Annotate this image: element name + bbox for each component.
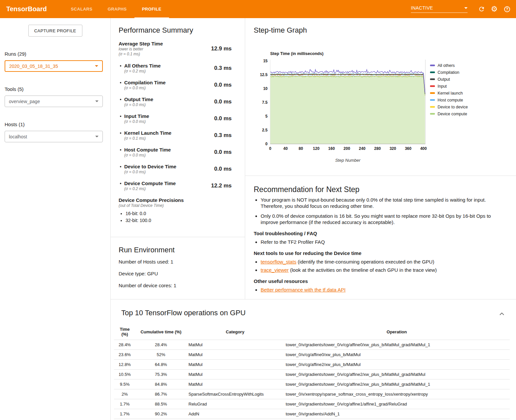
bullet-dot — [120, 149, 121, 151]
perf-summary-item: Input Time(σ = 0.0 ms)0.0 ms — [119, 113, 232, 124]
perf-summary-item: All Others Time(σ = 0.2 ms)0.3 ms — [119, 63, 232, 74]
bullet-dot — [120, 132, 121, 134]
legend-swatch — [430, 113, 435, 115]
tools-dropdown-value: overview_page — [9, 99, 40, 104]
svg-text:240: 240 — [359, 146, 365, 151]
perf-summary-item: Compilation Time(σ = 0.0 ms)0.0 ms — [119, 79, 232, 91]
bullet-dot — [120, 65, 121, 67]
cumulative-cell: 84.8% — [135, 379, 186, 389]
runs-dropdown[interactable]: 2020_03_05_18_31_35 — [5, 60, 103, 72]
perf-summary-item: Host Compute Time(σ = 0.0 ms)0.0 ms — [119, 147, 232, 158]
legend-label: Output — [438, 77, 450, 82]
tensorflow-stats-link[interactable]: tensorflow_stats — [261, 259, 296, 265]
legend-label: All others — [438, 63, 455, 68]
runs-label: Runs (29) — [5, 51, 110, 57]
col-operation: Operation — [284, 324, 510, 340]
svg-text:40: 40 — [283, 146, 288, 151]
top-ops-section: Top 10 TensorFlow operations on GPU Time… — [111, 299, 516, 420]
metric-label: All Others Time — [124, 63, 214, 69]
faq-item: Refer to the TF2 Profiler FAQ — [261, 239, 506, 245]
step-time-graph-section: Step-time Graph Step Time (in millisecon… — [245, 18, 516, 176]
run-environment-lines: Number of Hosts used: 1Device type: GPUN… — [119, 259, 237, 288]
legend-label: Device to device — [438, 105, 468, 109]
top-ops-title: Top 10 TensorFlow operations on GPU — [121, 309, 516, 317]
legend-item-device-to-device: Device to device — [430, 105, 468, 109]
trace-viewer-link[interactable]: trace_viewer — [261, 267, 289, 273]
operation-cell: tower_0/v/xentropy/sparse_softmax_cross_… — [284, 389, 510, 399]
next-tool-item: tensorflow_stats (identify the time-cons… — [261, 259, 506, 265]
table-row: 23.6%52%MatMultower_0/v/cg/affine0/xw_pl… — [114, 350, 510, 360]
operation-cell: tower_0/v/gradients/tower_0/v/cg/affine0… — [284, 340, 510, 350]
svg-text:160: 160 — [328, 146, 335, 151]
next-tool-desc: (identify the time-consuming operations … — [296, 259, 434, 265]
svg-text:80: 80 — [299, 146, 303, 151]
next-tools-list: tensorflow_stats (identify the time-cons… — [254, 259, 506, 273]
run-environment-line: Number of Hosts used: 1 — [119, 259, 237, 265]
faq-heading: Tool troubleshooting / FAQ — [254, 231, 506, 236]
top-ops-table: Time (%) Cumulative time (%) Category Op… — [114, 324, 510, 420]
refresh-icon[interactable] — [477, 5, 486, 14]
cumulative-cell: 52% — [135, 350, 186, 360]
legend-item-output: Output — [430, 77, 468, 81]
bullet-dot — [120, 166, 121, 167]
collapse-chevron-up-icon[interactable] — [498, 311, 505, 318]
run-environment-line: Number of device cores: 1 — [119, 283, 237, 288]
svg-text:120: 120 — [313, 146, 320, 151]
chevron-down-icon — [95, 136, 99, 137]
run-environment-line: Device type: GPU — [119, 271, 237, 276]
chart-legend: All othersCompilationOutputInputKernel l… — [430, 63, 468, 119]
cumulative-cell: 75.3% — [135, 370, 186, 379]
tfdata-performance-link[interactable]: Better performance with the tf.data API — [261, 287, 346, 293]
metric-label: Output Time — [124, 96, 214, 102]
settings-gear-icon[interactable]: ⚙ — [490, 5, 499, 14]
svg-text:0: 0 — [265, 142, 268, 146]
help-icon[interactable]: ? — [503, 5, 511, 14]
metric-label: Host Compute Time — [124, 147, 214, 153]
other-resources-list: Better performance with the tf.data API — [254, 287, 506, 293]
cumulative-cell: 28.4% — [135, 340, 186, 350]
col-category: Category — [186, 324, 284, 340]
hosts-dropdown[interactable]: localhost — [5, 131, 103, 142]
metric-text: Kernel Launch Time(σ = 0.1 ms) — [124, 130, 214, 141]
table-row: 9.5%84.8%MatMultower_0/v/gradients/tower… — [114, 379, 510, 389]
average-step-time: Average Step Time lower is better (σ = 0… — [119, 41, 232, 57]
app-header: TensorBoard SCALARS GRAPHS PROFILE INACT… — [0, 0, 516, 18]
metric-sigma: (σ = 0.0 ms) — [124, 102, 214, 107]
time-cell: 2% — [114, 389, 135, 399]
metric-note: lower is better — [119, 47, 211, 52]
metric-sigma: (σ = 0.2 ms) — [124, 186, 211, 191]
legend-label: Host compute — [438, 98, 463, 102]
precisions-subtitle: (out of Total Device Time) — [119, 203, 232, 208]
operation-cell: tower_0/v/gradients/tower_0/v/cg/affine1… — [284, 399, 510, 409]
metric-value: 12.9 ms — [211, 45, 232, 52]
precisions-list: 16-bit: 0.032-bit: 100.0 — [119, 211, 232, 223]
chart-title: Step Time (in milliseconds) — [270, 51, 324, 56]
legend-item-host-compute: Host compute — [430, 98, 468, 102]
perf-summary-item: Output Time(σ = 0.0 ms)0.0 ms — [119, 96, 232, 107]
col-time: Time (%) — [114, 324, 135, 340]
metric-sigma: (σ = 0.1 ms) — [124, 136, 214, 141]
category-cell: AddN — [186, 409, 284, 419]
time-cell: 1.7% — [114, 419, 135, 420]
sidebar: CAPTURE PROFILE Runs (29) 2020_03_05_18_… — [0, 18, 110, 420]
legend-label: Compilation — [438, 70, 459, 75]
graph-column: Step-time Graph Step Time (in millisecon… — [245, 18, 516, 299]
precision-item: 32-bit: 100.0 — [126, 218, 232, 223]
tab-scalars[interactable]: SCALARS — [63, 0, 100, 18]
metric-text: Host Compute Time(σ = 0.0 ms) — [124, 147, 214, 158]
capture-profile-button[interactable]: CAPTURE PROFILE — [28, 25, 82, 37]
tab-profile[interactable]: PROFILE — [134, 0, 169, 18]
chevron-down-icon — [95, 100, 99, 102]
perf-summary-item: Kernel Launch Time(σ = 0.1 ms)0.3 ms — [119, 130, 232, 141]
status-dropdown[interactable]: INACTIVE — [411, 5, 468, 13]
bullet-dot — [120, 99, 121, 100]
metric-sigma: (σ = 0.2 ms) — [124, 69, 214, 74]
tab-graphs[interactable]: GRAPHS — [100, 0, 134, 18]
category-cell: ApplyGradientDescent — [186, 419, 284, 420]
chevron-down-icon — [95, 65, 98, 67]
performance-summary-section: Performance Summary Average Step Time lo… — [111, 18, 245, 237]
tools-dropdown[interactable]: overview_page — [5, 96, 103, 107]
metric-label: Device Compute Time — [124, 180, 211, 186]
cumulative-cell: 90.2% — [135, 409, 186, 419]
svg-text:15: 15 — [263, 59, 268, 63]
